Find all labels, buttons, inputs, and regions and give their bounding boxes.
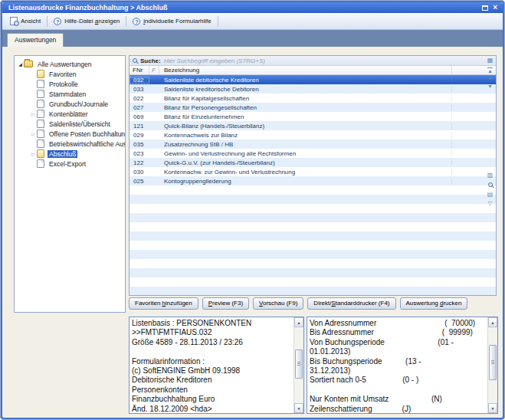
toolbar-button-icon (54, 18, 61, 25)
toolbar-button-label: individuelle Formularhilfe (143, 18, 212, 25)
close-icon[interactable]: × (493, 4, 497, 11)
row-number-cell: 030 (130, 169, 149, 176)
row-number-cell: 069 (130, 113, 149, 120)
scroll-to-top-icon[interactable]: ▲ (486, 68, 494, 74)
restore-icon[interactable] (482, 5, 488, 11)
tree-item[interactable]: Grundbuch/Journale (15, 99, 125, 109)
row-number-cell: 122 (130, 159, 149, 166)
row-number-cell: 033 (130, 86, 149, 93)
table-row[interactable]: 025 Kontogruppengliederung (130, 176, 496, 185)
expander-icon[interactable] (17, 62, 24, 67)
title-bar: Listenausdrucke Finanzbuchhaltung > Absc… (2, 2, 503, 13)
info-line: Zeilenschattierung (J) (310, 405, 485, 413)
action-button[interactable]: Vorschau (F9) (253, 297, 303, 310)
info-line: Formularinformation : (132, 357, 291, 366)
info-line (132, 347, 291, 356)
scroll-down-icon[interactable]: ▼ (486, 84, 494, 89)
info-line: Von Adressnummer ( 70000) (310, 319, 485, 328)
tree-item[interactable]: Kontenblätter (15, 109, 125, 119)
table-row[interactable]: 121 Quick-Bilanz (Handels-/Steuerbilanz) (130, 121, 496, 130)
toolbar-button-icon (133, 18, 140, 25)
row-name-cell: Saldenliste kreditorische Debitoren (159, 86, 452, 93)
table-row[interactable]: 022 Bilanz für Kapitalgesellschaften (130, 94, 496, 103)
table-row[interactable]: 023 Gewinn- und Verlustrechnung alle Rec… (130, 149, 496, 158)
action-button[interactable]: Preview (F3) (202, 297, 249, 310)
tree-item-label: Grundbuch/Journale (48, 100, 110, 108)
scroll-down-icon[interactable]: ▼ (488, 403, 497, 413)
filter-icon[interactable]: ▽ (486, 201, 494, 206)
tab-band: Auswertungen (2, 30, 503, 47)
table-row[interactable]: 032 Saldenliste debitorische Kreditoren (130, 75, 496, 84)
toolbar-button-label: Ansicht (21, 18, 41, 25)
expander-icon[interactable] (30, 132, 37, 136)
row-name-cell: Kontennachweis zur Bilanz (159, 132, 452, 139)
parameter-info-scrollbar[interactable]: ▲ ▼ (487, 317, 497, 413)
table-row[interactable]: 033 Saldenliste kreditorische Debitoren (130, 84, 496, 94)
expander-icon[interactable] (30, 112, 37, 116)
parameter-info-panel: Von Adressnummer ( 70000)Bis Adressnumme… (307, 317, 498, 414)
column-header-fnr[interactable]: FNr (130, 66, 149, 74)
info-line: Bis Adressnummer ( 99999) (310, 328, 485, 337)
tree-item[interactable]: Betriebswirtschaftliche Auswertungen (15, 139, 125, 149)
row-name-cell: Bilanz für Personengesellschaften (159, 104, 452, 111)
tree-item-icon (37, 110, 44, 118)
scrollbar-thumb[interactable] (295, 349, 303, 379)
info-line: Personenkonten (132, 386, 291, 395)
table-row[interactable]: 027 Bilanz für Personengesellschaften (130, 103, 496, 112)
toolbar-button[interactable]: Ansicht (5, 15, 46, 28)
tab-auswertungen[interactable]: Auswertungen (7, 33, 64, 47)
row-name-cell: Bilanz für Einzelunternehmen (159, 113, 452, 120)
search-bar[interactable]: Suche: Hier Suchbegriff eingeben (STRG+S… (130, 56, 496, 66)
tree-root-label: Alle Auswertungen (36, 61, 93, 68)
scroll-up-icon[interactable]: ▲ (488, 317, 497, 327)
row-number-cell: 032 (130, 77, 149, 84)
table-row[interactable]: 030 Kontennachw. zur Gewinn- und Verlust… (130, 167, 496, 176)
find-icon[interactable] (486, 182, 494, 188)
tree-item-icon (37, 120, 44, 128)
action-button[interactable]: Auswertung drucken (400, 297, 468, 310)
table-row[interactable]: 069 Bilanz für Einzelunternehmen (130, 112, 496, 121)
tree-item[interactable]: Offene Posten Buchhaltung (15, 129, 125, 139)
tree-item[interactable]: Excel-Export (15, 159, 125, 169)
tree-item-icon (37, 100, 44, 108)
action-button[interactable]: Direkt/Standarddrucker (F4) (307, 297, 395, 310)
row-name-cell: Quick-G.u.V. (zur Handels-/Steuerbilanz) (159, 159, 452, 166)
row-number-cell: 025 (130, 178, 149, 185)
toolbar: Ansicht Hilfe-Datei anzeigen individuell… (2, 13, 503, 30)
row-name-cell: Saldenliste debitorische Kreditoren (159, 77, 452, 84)
parameter-info-text: Von Adressnummer ( 70000)Bis Adressnumme… (307, 317, 487, 413)
toolbar-button[interactable]: Hilfe-Datei anzeigen (48, 15, 125, 28)
tree-item[interactable]: Abschluß (15, 149, 125, 159)
tree-item-label: Betriebswirtschaftliche Auswertungen (48, 140, 126, 148)
tree-item[interactable]: Stammdaten (15, 89, 125, 99)
toolbar-button-label: Hilfe-Datei anzeigen (64, 18, 120, 25)
form-info-text: Listenbasis : PERSONENKONTEN>>FMT\FMTFIA… (130, 317, 293, 413)
table-row[interactable]: 029 Kontennachweis zur Bilanz (130, 130, 496, 139)
toolbar-button[interactable]: individuelle Formularhilfe (127, 15, 217, 28)
report-list-panel: Suche: Hier Suchbegriff eingeben (STRG+S… (129, 55, 497, 296)
column-header-f[interactable]: F (149, 66, 159, 74)
info-line: 01.01.2013) (310, 347, 485, 356)
tree-item[interactable]: Saldenliste/Übersicht (15, 119, 125, 129)
layout-icon[interactable]: ▤ (486, 192, 494, 198)
scroll-down-icon[interactable]: ▼ (294, 403, 303, 413)
evaluation-tree: Alle Auswertungen Favoriten Protokolle (14, 55, 126, 313)
columns-icon[interactable]: ▥ (486, 172, 494, 179)
scrollbar-thumb[interactable] (489, 345, 497, 380)
tree-item-label: Favoriten (48, 71, 77, 78)
form-info-scrollbar[interactable]: ▲ ▼ (293, 317, 303, 413)
search-label: Suche: (140, 57, 161, 64)
expander-icon[interactable] (30, 152, 37, 156)
navigate-icon[interactable]: + (486, 76, 494, 82)
table-row[interactable]: 035 Zusatzrechnung StB / HB (130, 139, 496, 149)
column-header-bezeichnung[interactable]: Bezeichnung (159, 66, 452, 74)
tree-item[interactable]: Favoriten (15, 69, 125, 79)
grid-settings-icon[interactable]: ▦ (486, 57, 494, 64)
table-row[interactable]: 122 Quick-G.u.V. (zur Handels-/Steuerbil… (130, 158, 496, 167)
tree-item[interactable]: Protokolle (15, 79, 125, 89)
scroll-up-icon[interactable]: ▲ (294, 317, 303, 327)
action-button[interactable]: Favoriten hinzufügen (129, 297, 198, 310)
tree-item-icon (37, 130, 44, 138)
tree-root-item[interactable]: Alle Auswertungen (15, 59, 125, 69)
toolbar-button-icon (10, 17, 18, 25)
